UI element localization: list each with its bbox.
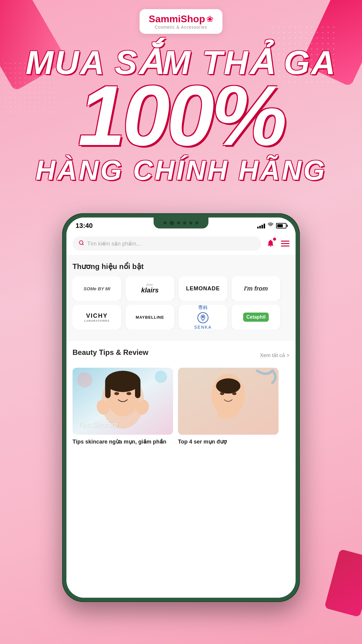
beauty-tips-title: Beauty Tips & Review [73,348,148,357]
beauty-card-image-2 [178,368,279,435]
menu-line-3 [281,246,289,246]
brand-card-senka[interactable]: 専科 SENKA [179,305,227,329]
svg-rect-12 [135,380,140,398]
wifi-icon [268,222,274,229]
skincare-overlay-text: Tips Skincare [77,421,118,429]
ribbon-decoration-bottom [324,549,362,617]
beauty-card-1[interactable]: Tips Skincare Tips skincare ngừa mụn, gi… [73,368,173,445]
svg-line-1 [82,244,83,245]
svg-point-19 [232,392,236,395]
hero-title-line2: HÀNG CHÍNH HÃNG [0,155,362,186]
phone-screen: 13:40 [66,218,296,598]
logo-tagline: Cosmetic & Accessories [149,25,213,30]
brand-card-cetaphil[interactable]: Cetaphil [232,305,280,329]
search-section: Tìm kiếm sản phẩm... [66,232,296,255]
logo-flower-icon: ❀ [206,14,213,24]
svg-point-9 [126,392,131,395]
notch-camera [170,221,174,225]
brands-section-title: Thương hiệu nổi bật [73,262,289,271]
search-placeholder-text: Tìm kiếm sản phẩm... [87,240,141,247]
hero-percent: 100% [0,79,362,152]
brands-section: Thương hiệu nổi bật SOMe BY MI dear, kla… [66,255,296,341]
header-icons [266,239,289,249]
status-icons [257,222,286,229]
brand-card-maybelline[interactable]: MAYBELLINE [126,305,174,329]
svg-point-8 [114,392,119,395]
menu-line-1 [281,241,289,242]
signal-bar-2 [259,226,261,228]
beauty-card-2[interactable]: Top 4 ser mụn đượ [178,368,279,445]
vichy-logo: VICHY LABORATOIRES [84,312,109,322]
app-content: Tìm kiếm sản phẩm... [66,232,296,598]
notch-dot [164,221,167,225]
brand-card-vichy[interactable]: VICHY LABORATOIRES [73,305,121,329]
notch-dot-3 [183,221,186,225]
cetaphil-logo: Cetaphil [243,313,268,322]
see-all-link[interactable]: Xem tất cả > [260,352,289,359]
svg-point-18 [220,392,224,395]
klairs-logo: dear, klairs [141,283,159,294]
menu-line-2 [281,243,289,244]
skincare-illustration-2 [178,368,279,435]
notch-dot-4 [189,221,192,225]
brands-row-1: SOMe BY MI dear, klairs LEMONADE [73,276,289,301]
brand-card-imfrom[interactable]: I'm from [232,276,280,301]
beauty-cards-row: Tips Skincare Tips skincare ngừa mụn, gi… [73,368,289,445]
maybelline-logo: MAYBELLINE [136,315,164,320]
beauty-card-image-1: Tips Skincare [73,368,173,435]
brands-row-2: VICHY LABORATOIRES MAYBELLINE 専科 [73,305,289,329]
beauty-card-title-2: Top 4 ser mụn đượ [178,438,279,445]
notification-bell[interactable] [266,239,275,249]
svg-point-5 [155,371,167,383]
signal-icon [257,223,265,228]
svg-point-2 [202,316,204,317]
imfrom-logo: I'm from [244,285,268,292]
brand-card-klairs[interactable]: dear, klairs [126,276,174,301]
signal-bar-4 [264,224,265,228]
search-bar[interactable]: Tìm kiếm sản phẩm... [73,236,261,251]
status-time: 13:40 [76,222,93,230]
notch-dot-2 [177,221,180,225]
logo-container: SammiShop ❀ Cosmetic & Accessories [140,9,222,34]
beauty-card-title-1: Tips skincare ngừa mụn, giảm phần [73,438,173,445]
beauty-tips-header: Beauty Tips & Review Xem tất cả > [73,348,289,362]
hamburger-menu[interactable] [281,241,289,246]
search-icon [79,240,84,247]
hero-section: MUA SẮM THẢ GA 100% HÀNG CHÍNH HÃNG [0,46,362,186]
svg-point-4 [77,372,92,387]
svg-rect-11 [105,380,111,398]
beauty-tips-section: Beauty Tips & Review Xem tất cả > [66,341,296,453]
phone-frame: 13:40 [62,213,300,602]
lemonade-logo: LEMONADE [186,285,220,292]
senka-logo: 専科 SENKA [194,305,211,329]
battery-fill [277,224,283,227]
notch-dot-5 [195,221,198,225]
svg-point-17 [216,378,240,394]
brand-name: SammiShop [149,13,205,25]
battery-icon [276,223,286,228]
signal-bar-3 [261,225,263,228]
brand-card-some-by-mi[interactable]: SOMe BY MI [73,276,121,301]
some-by-mi-logo: SOMe BY MI [83,286,110,291]
notification-badge [273,238,276,241]
phone-notch [154,218,208,228]
phone-mockup: 13:40 [62,213,300,602]
signal-bar-1 [257,227,259,228]
brand-card-lemonade[interactable]: LEMONADE [179,276,227,301]
